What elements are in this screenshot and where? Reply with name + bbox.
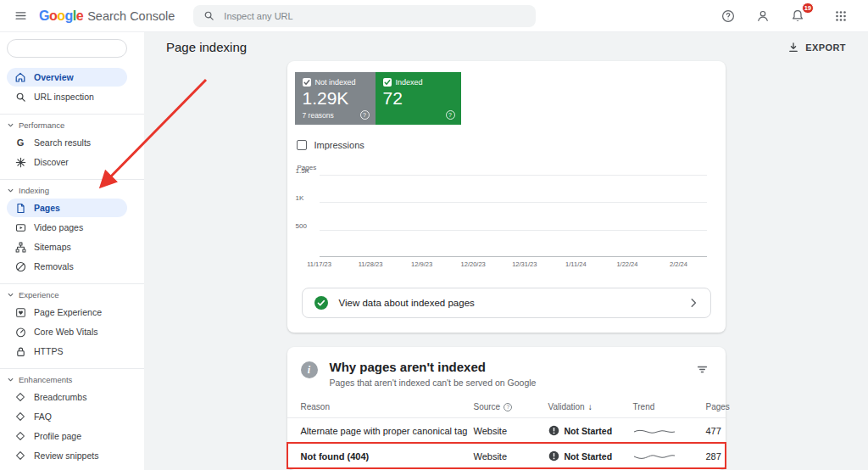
card-header: i Why pages aren't indexed Pages that ar… — [287, 360, 726, 388]
enhancement-icon — [14, 430, 26, 442]
info-icon: i — [301, 361, 318, 378]
chevron-down-icon — [7, 291, 15, 299]
exclamation-icon — [548, 450, 559, 462]
table-row-highlighted[interactable]: Not found (404) Website Not Started 287 — [287, 443, 726, 468]
top-app-bar: Google Search Console 19 — [0, 0, 868, 32]
sidebar-item-search-results[interactable]: G Search results — [7, 133, 127, 152]
not-indexed-tile[interactable]: Not indexed 1.29K 7 reasons ? — [295, 72, 376, 125]
app-logo[interactable]: Google Search Console — [39, 8, 175, 24]
help-icon[interactable]: ? — [446, 110, 455, 120]
reason-cell: Alternate page with proper canonical tag — [301, 426, 474, 436]
tile-header: Not indexed — [303, 78, 368, 87]
search-input[interactable] — [222, 10, 526, 22]
trend-sparkline — [633, 451, 706, 462]
page-title: Page indexing — [166, 40, 247, 54]
g-icon: G — [14, 137, 26, 148]
x-tick: 1/11/24 — [565, 260, 586, 268]
sidebar-item-https[interactable]: HTTPS — [7, 342, 127, 361]
sidebar: Overview URL inspection Performance G Se… — [0, 32, 144, 470]
tile-label: Not indexed — [315, 78, 356, 87]
pages-count-cell: 287 — [706, 451, 721, 462]
sidebar-item-video-pages[interactable]: Video pages — [7, 218, 127, 237]
help-icon[interactable]: ? — [504, 403, 512, 411]
validation-cell: Not Started — [548, 450, 633, 462]
sidebar-item-label: URL inspection — [34, 92, 94, 102]
impressions-toggle[interactable]: Impressions — [297, 140, 726, 150]
sidebar-item-review-snippets[interactable]: Review snippets — [7, 446, 127, 465]
user-icon[interactable] — [753, 6, 773, 26]
indexed-tile[interactable]: Indexed 72 ? — [376, 72, 461, 125]
sidebar-item-label: Breadcrumbs — [34, 392, 86, 402]
download-icon — [787, 42, 799, 53]
sitemap-icon — [14, 241, 26, 253]
col-pages-header[interactable]: Pages — [706, 402, 730, 411]
section-label: Indexing — [19, 186, 49, 195]
help-icon[interactable]: ? — [360, 110, 370, 120]
pages-count-cell: 477 — [706, 426, 721, 436]
sidebar-item-pages[interactable]: Pages — [7, 199, 127, 217]
menu-icon[interactable] — [10, 6, 31, 26]
table-row[interactable]: Alternate page with proper canonical tag… — [287, 417, 726, 443]
filter-icon[interactable] — [693, 360, 712, 378]
section-indexing[interactable]: Indexing — [0, 179, 144, 198]
chart-bars — [321, 175, 705, 257]
svg-text:G: G — [17, 137, 25, 148]
export-button[interactable]: EXPORT — [782, 41, 851, 54]
y-tick: 500 — [296, 223, 307, 230]
sidebar-item-label: Review snippets — [34, 450, 98, 461]
impressions-checkbox[interactable] — [297, 140, 307, 150]
sidebar-item-removals[interactable]: Removals — [7, 257, 127, 276]
sidebar-item-discover[interactable]: Discover — [7, 153, 127, 171]
impressions-label: Impressions — [314, 140, 364, 150]
trend-sparkline — [633, 426, 706, 436]
sidebar-item-faq[interactable]: FAQ — [7, 407, 127, 426]
checkbox-checked-icon[interactable] — [303, 78, 311, 87]
sidebar-item-overview[interactable]: Overview — [7, 68, 127, 87]
status-tiles: Not indexed 1.29K 7 reasons ? Indexed 72… — [287, 72, 726, 125]
pages-icon — [14, 202, 26, 214]
col-source-header[interactable]: Source ? — [474, 402, 548, 411]
reasons-count: 7 reasons — [303, 111, 334, 120]
reasons-table: Reason Source ? Validation ↓ Trend Pages… — [287, 399, 726, 468]
col-reason-header[interactable]: Reason — [301, 402, 474, 411]
sidebar-item-label: Discover — [34, 157, 69, 167]
section-label: Experience — [19, 290, 59, 299]
x-tick: 11/17/23 — [307, 260, 331, 268]
sidebar-item-sitemaps[interactable]: Sitemaps — [7, 238, 127, 256]
sidebar-item-label: Page Experience — [34, 307, 102, 317]
sort-desc-icon[interactable]: ↓ — [588, 402, 593, 411]
sidebar-item-url-inspection[interactable]: URL inspection — [7, 87, 127, 106]
sidebar-item-label: HTTPS — [34, 346, 63, 356]
tile-header: Indexed — [383, 78, 453, 87]
property-selector[interactable] — [7, 39, 127, 58]
reason-cell: Not found (404) — [301, 451, 474, 462]
sidebar-item-breadcrumbs[interactable]: Breadcrumbs — [7, 388, 127, 406]
x-tick: 12/20/23 — [461, 260, 486, 268]
section-enhancements[interactable]: Enhancements — [0, 368, 144, 387]
section-performance[interactable]: Performance — [0, 114, 144, 132]
sidebar-item-label: Overview — [34, 72, 74, 82]
app-title: Search Console — [87, 9, 175, 23]
col-trend-header[interactable]: Trend — [633, 402, 706, 411]
sidebar-item-core-web-vitals[interactable]: Core Web Vitals — [7, 322, 127, 341]
checkbox-checked-icon[interactable] — [383, 78, 392, 87]
sidebar-item-page-experience[interactable]: Page Experience — [7, 303, 127, 322]
tile-label: Indexed — [396, 78, 423, 87]
card-subtitle: Pages that aren't indexed can't be serve… — [330, 378, 537, 388]
col-validation-header[interactable]: Validation ↓ — [548, 402, 633, 411]
sidebar-item-label: Removals — [34, 261, 74, 271]
sidebar-item-profile-page[interactable]: Profile page — [7, 427, 127, 445]
y-tick: 1.5K — [296, 168, 309, 175]
view-indexed-data-link[interactable]: View data about indexed pages — [302, 288, 711, 318]
apps-grid-icon[interactable] — [831, 6, 851, 26]
sidebar-item-label: Profile page — [34, 431, 81, 441]
url-inspection-searchbar[interactable] — [193, 5, 536, 27]
main-content: Page indexing EXPORT Not indexed 1.29K 7… — [144, 32, 868, 470]
section-experience[interactable]: Experience — [0, 283, 144, 302]
validation-cell: Not Started — [548, 425, 633, 436]
sidebar-item-label: Pages — [34, 203, 60, 213]
chevron-down-icon — [7, 121, 15, 130]
help-icon[interactable] — [718, 6, 738, 26]
indexing-chart: Pages 1.5K 1K 500 11/17/2311/28/2312/9/2… — [296, 164, 707, 271]
notifications-button[interactable]: 19 — [787, 6, 808, 26]
